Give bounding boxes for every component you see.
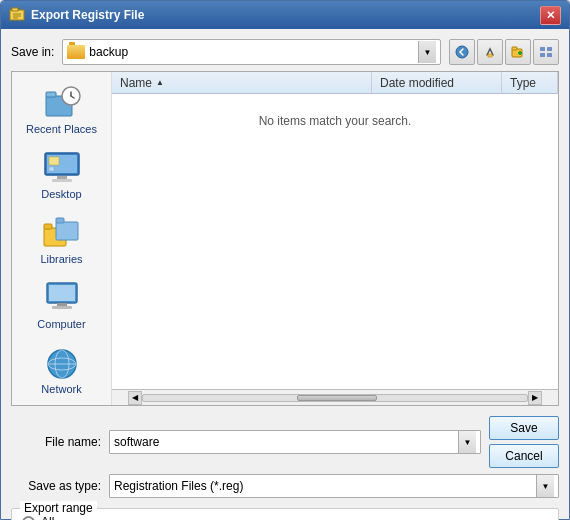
nav-label-recent-places: Recent Places (26, 123, 97, 135)
svg-rect-11 (540, 47, 545, 51)
svg-rect-14 (547, 53, 552, 57)
col-header-name[interactable]: Name ▲ (112, 72, 372, 93)
cancel-button[interactable]: Cancel (489, 444, 559, 468)
new-folder-button[interactable] (505, 39, 531, 65)
svg-rect-8 (512, 47, 517, 50)
save-in-label: Save in: (11, 45, 54, 59)
folder-icon (67, 45, 85, 59)
filename-dropdown-arrow[interactable]: ▼ (458, 431, 476, 453)
svg-rect-28 (56, 222, 78, 240)
libraries-icon (42, 214, 82, 250)
save-in-dropdown-arrow[interactable]: ▼ (418, 41, 436, 63)
action-buttons: Save Cancel (489, 416, 559, 468)
svg-rect-29 (56, 218, 64, 223)
filename-label: File name: (11, 435, 101, 449)
scroll-right-arrow[interactable]: ▶ (528, 391, 542, 405)
svg-rect-6 (488, 54, 492, 57)
nav-label-desktop: Desktop (41, 188, 81, 200)
content-area: Recent Places Desktop (11, 71, 559, 406)
nav-panel: Recent Places Desktop (12, 72, 112, 405)
desktop-icon (42, 149, 82, 185)
dialog-icon (9, 7, 25, 23)
save-in-row: Save in: backup ▼ (11, 39, 559, 65)
dialog-title: Export Registry File (31, 8, 540, 22)
svg-rect-24 (49, 157, 59, 165)
scroll-left-arrow[interactable]: ◀ (128, 391, 142, 405)
dialog-body: Save in: backup ▼ (1, 29, 569, 520)
scroll-thumb[interactable] (297, 395, 377, 401)
nav-label-libraries: Libraries (40, 253, 82, 265)
toolbar-buttons (449, 39, 559, 65)
view-button[interactable] (533, 39, 559, 65)
svg-point-5 (456, 46, 468, 58)
save-button[interactable]: Save (489, 416, 559, 440)
file-list-body[interactable]: No items match your search. (112, 94, 558, 389)
filename-combo[interactable]: ▼ (109, 430, 481, 454)
file-list-header: Name ▲ Date modified Type (112, 72, 558, 94)
svg-rect-25 (49, 167, 54, 171)
filename-row: File name: ▼ Save Cancel (11, 416, 559, 468)
save-as-type-value: Registration Files (*.reg) (114, 479, 536, 493)
scroll-track[interactable] (142, 394, 528, 402)
nav-item-libraries[interactable]: Libraries (12, 206, 111, 271)
bottom-fields: File name: ▼ Save Cancel Save as type: R… (11, 412, 559, 498)
svg-rect-12 (547, 47, 552, 51)
save-as-type-combo[interactable]: Registration Files (*.reg) ▼ (109, 474, 559, 498)
save-as-type-dropdown-arrow[interactable]: ▼ (536, 475, 554, 497)
svg-rect-31 (49, 285, 75, 301)
network-icon (42, 344, 82, 380)
col-header-date[interactable]: Date modified (372, 72, 502, 93)
svg-rect-27 (44, 224, 52, 229)
file-panel: Name ▲ Date modified Type No items match… (112, 72, 558, 405)
svg-rect-16 (46, 92, 56, 97)
svg-rect-13 (540, 53, 545, 57)
save-as-type-label: Save as type: (11, 479, 101, 493)
computer-icon (42, 279, 82, 315)
svg-rect-33 (52, 306, 72, 309)
horizontal-scrollbar[interactable]: ◀ ▶ (112, 389, 558, 405)
close-button[interactable]: ✕ (540, 6, 561, 25)
export-registry-dialog: Export Registry File ✕ Save in: backup ▼ (0, 0, 570, 520)
all-radio[interactable] (22, 516, 35, 521)
save-as-type-row: Save as type: Registration Files (*.reg)… (11, 474, 559, 498)
recent-places-icon (42, 84, 82, 120)
col-header-type[interactable]: Type (502, 72, 558, 93)
svg-rect-1 (12, 8, 18, 11)
nav-label-computer: Computer (37, 318, 85, 330)
nav-item-network[interactable]: Network (12, 336, 111, 401)
title-bar-buttons: ✕ (540, 6, 561, 25)
empty-message: No items match your search. (259, 114, 412, 128)
export-range-title: Export range (20, 501, 97, 515)
up-button[interactable] (477, 39, 503, 65)
title-bar: Export Registry File ✕ (1, 1, 569, 29)
nav-item-recent-places[interactable]: Recent Places (12, 76, 111, 141)
export-range-section: Export range All Selected branch HKEY_LO… (11, 508, 559, 520)
save-in-value: backup (89, 45, 414, 59)
back-button[interactable] (449, 39, 475, 65)
filename-input[interactable] (114, 435, 458, 449)
nav-item-desktop[interactable]: Desktop (12, 141, 111, 206)
all-radio-row: All (22, 515, 548, 520)
nav-item-computer[interactable]: Computer (12, 271, 111, 336)
all-radio-label: All (41, 515, 54, 520)
nav-label-network: Network (41, 383, 81, 395)
svg-rect-23 (52, 179, 72, 182)
save-in-combo[interactable]: backup ▼ (62, 39, 441, 65)
